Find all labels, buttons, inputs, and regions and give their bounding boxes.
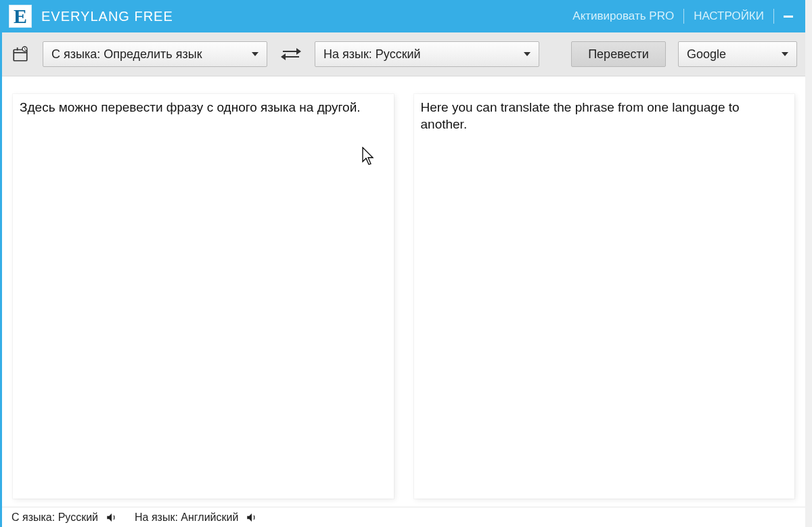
statusbar: С языка: Русский На язык: Английский [2,507,805,527]
app-window: E EVERYLANG FREE Активировать PRO НАСТРО… [0,0,805,527]
chevron-down-icon [769,52,788,56]
speak-target-button[interactable] [245,511,258,524]
minimize-button[interactable] [778,6,798,26]
status-from-label: С языка: Русский [12,511,98,524]
source-language-dropdown[interactable]: С языка: Определить язык [43,41,267,67]
engine-label: Google [687,47,726,62]
speaker-icon [106,511,118,524]
history-button[interactable] [10,44,30,64]
app-logo-icon: E [9,5,32,28]
settings-link[interactable]: НАСТРОЙКИ [684,9,773,23]
titlebar: E EVERYLANG FREE Активировать PRO НАСТРО… [2,0,805,32]
speak-source-button[interactable] [105,511,118,524]
target-language-dropdown[interactable]: На язык: Русский [315,41,539,67]
target-language-label: На язык: Русский [323,47,421,62]
swap-icon [280,45,302,63]
source-language-label: С языка: Определить язык [51,47,202,62]
toolbar: С языка: Определить язык На язык: Русски… [2,32,805,76]
svg-line-6 [25,49,26,49]
translation-panes: Здесь можно перевести фразу с одного язы… [2,76,805,507]
app-title: EVERYLANG FREE [41,9,173,24]
activate-pro-link[interactable]: Активировать PRO [563,9,683,23]
minimize-icon [784,16,793,18]
source-text-area[interactable]: Здесь можно перевести фразу с одного язы… [13,94,394,499]
history-icon [12,45,29,63]
translate-button-label: Перевести [588,47,649,62]
target-text-area[interactable]: Here you can translate the phrase from o… [414,94,795,499]
speaker-icon [246,511,258,524]
swap-languages-button[interactable] [279,45,302,63]
translate-button[interactable]: Перевести [571,41,666,67]
engine-dropdown[interactable]: Google [678,41,797,67]
status-to-label: На язык: Английский [135,511,238,524]
chevron-down-icon [512,52,531,56]
chevron-down-icon [240,52,258,56]
titlebar-separator [773,9,774,24]
